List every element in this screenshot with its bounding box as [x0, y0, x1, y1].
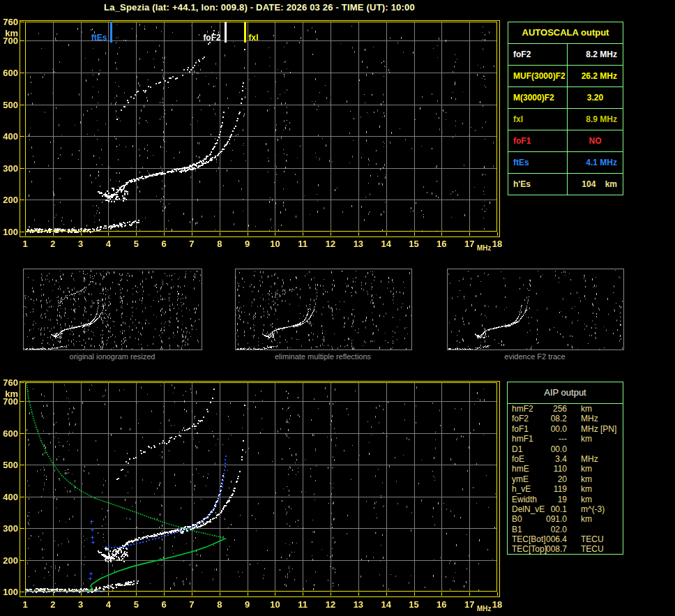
aip-u: km — [581, 434, 592, 444]
x-tick-label: 10 — [266, 239, 283, 249]
x-tick-label: 1 — [17, 599, 33, 610]
aip-v: 256 — [533, 404, 567, 414]
aip-row: B0091.0km — [508, 514, 623, 524]
x-axis-unit-label: MHz — [477, 605, 492, 613]
aip-u: MHz — [581, 414, 598, 423]
aip-u: km — [581, 474, 592, 484]
aip-v: 110 — [533, 464, 567, 474]
aip-l: foF2 — [512, 414, 529, 423]
x-tick-label: 16 — [433, 599, 450, 610]
y-tick-label: 500 — [0, 100, 18, 110]
top-ionogram-canvas — [20, 19, 501, 241]
autoscala-param-value: 8.2 MHz — [568, 44, 623, 65]
aip-u: MHz — [581, 424, 598, 434]
autoscala-param-label: M(3000)F2 — [508, 87, 568, 108]
x-tick-label: 6 — [156, 239, 172, 249]
aip-v: 006.4 — [533, 534, 567, 544]
x-tick-label: 11 — [294, 239, 311, 249]
y-tick-label: 300 — [0, 523, 18, 534]
x-tick-label: 4 — [100, 239, 116, 249]
x-tick-label: 13 — [350, 239, 367, 249]
x-tick-label: 17 — [461, 239, 478, 249]
aip-l: ymE — [512, 474, 529, 484]
aip-v: 19 — [533, 495, 567, 504]
aip-n: [PN] — [600, 424, 616, 434]
y-tick-label: 600 — [0, 68, 18, 78]
autoscala-param-value: 3.20 — [568, 87, 623, 108]
aip-l: foF1 — [512, 424, 529, 434]
x-tick-label: 14 — [378, 599, 395, 610]
aip-row: TEC[Bot]006.4TECU — [508, 534, 623, 544]
aip-v: 008.7 — [533, 544, 567, 554]
thumbnail-eliminate-reflections — [235, 269, 412, 350]
aip-row: TEC[Top]008.7TECU — [508, 544, 623, 554]
y-tick-label: 760 — [0, 377, 18, 388]
x-tick-label: 18 — [489, 239, 506, 249]
aip-v: 02.0 — [533, 525, 567, 534]
x-tick-label: 3 — [73, 599, 89, 610]
x-tick-label: 9 — [239, 239, 256, 249]
aip-l: hmF1 — [512, 434, 533, 444]
autoscala-param-label: ftEs — [508, 152, 568, 173]
aip-v: 08.2 — [533, 414, 567, 423]
x-tick-label: 4 — [100, 599, 116, 610]
x-tick-label: 7 — [183, 599, 200, 610]
aip-v: 119 — [533, 484, 567, 494]
x-tick-label: 16 — [433, 239, 450, 249]
x-tick-label: 5 — [128, 239, 144, 249]
aip-u: m^(-3) — [581, 504, 605, 514]
x-tick-label: 18 — [489, 599, 506, 610]
autoscala-param-label: h'Es — [508, 174, 568, 195]
aip-row: hmF1---km — [508, 434, 623, 444]
x-tick-label: 7 — [183, 239, 200, 249]
aip-l: hmF2 — [512, 404, 533, 414]
aip-v: 20 — [533, 474, 567, 484]
aip-table: AIP output hmF2256kmfoF208.2MHzfoF100.0M… — [507, 382, 623, 555]
aip-row: ymE20km — [508, 474, 623, 484]
autoscala-param-label: foF1 — [508, 130, 568, 151]
x-tick-label: 12 — [322, 239, 339, 249]
thumbnail-caption: eliminate multiple reflections — [232, 352, 414, 361]
x-tick-label: 10 — [266, 599, 283, 610]
x-tick-label: 2 — [45, 239, 61, 249]
aip-u: TECU — [581, 544, 604, 554]
x-tick-label: 17 — [461, 599, 478, 610]
autoscala-param-label: fxI — [508, 109, 568, 130]
aip-row: B102.0 — [508, 525, 623, 534]
autoscala-param-value: 8.9 MHz — [568, 109, 623, 130]
aip-v: 00.0 — [533, 444, 567, 454]
aip-l: h_vE — [512, 484, 531, 494]
y-tick-label: 100 — [0, 587, 18, 597]
aip-l: B1 — [512, 525, 522, 534]
x-tick-label: 9 — [239, 599, 256, 610]
y-tick-label: 600 — [0, 428, 18, 439]
y-tick-label: 400 — [0, 492, 18, 502]
autoscala-table: AUTOSCALA output foF28.2 MHzMUF(3000)F22… — [508, 22, 623, 195]
aip-row: hmF2256km — [508, 404, 623, 414]
aip-u: km — [581, 484, 592, 494]
x-tick-label: 15 — [406, 239, 423, 249]
aip-u: km — [581, 514, 592, 524]
x-tick-label: 5 — [128, 599, 144, 610]
aip-row: DelN_vE00.1m^(-3) — [508, 504, 623, 514]
y-tick-label: 200 — [0, 195, 18, 205]
autoscala-row: fxI8.9 MHz — [508, 108, 623, 130]
autoscala-row: MUF(3000)F226.2 MHz — [508, 65, 623, 87]
aip-l: B0 — [512, 514, 522, 524]
aip-v: 091.0 — [533, 514, 567, 524]
y-tick-label: 760 — [0, 17, 18, 27]
y-tick-label: 300 — [0, 163, 18, 174]
station-title: La_Spezia (lat: +44.1, lon: 009.8) - DAT… — [20, 2, 499, 13]
y-tick-label: 200 — [0, 555, 18, 566]
thumbnail-canvas — [448, 269, 623, 350]
autoscala-row: ftEs4.1 MHz — [508, 151, 623, 173]
aip-u: km — [581, 404, 592, 414]
x-tick-label: 12 — [322, 599, 339, 610]
aip-row: hmE110km — [508, 464, 623, 474]
aip-row: foE3.4MHz — [508, 454, 623, 464]
bottom-ionogram-canvas — [20, 380, 501, 601]
marker-label-fxi: fxI — [249, 33, 259, 43]
aip-v: 00.1 — [533, 504, 567, 514]
aip-table-title: AIP output — [508, 382, 623, 404]
x-tick-label: 15 — [406, 599, 423, 610]
